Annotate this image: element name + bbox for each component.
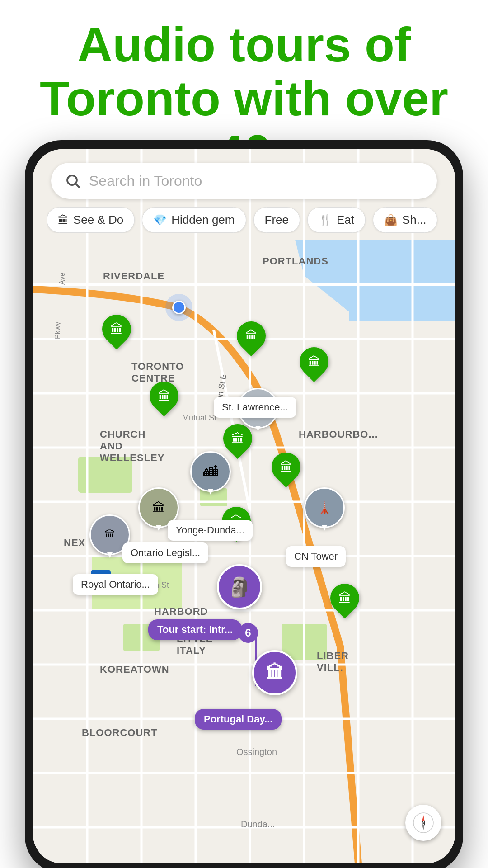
map-label-church: CHURCHANDWELLESLEY [100,429,164,464]
tour-marker-2[interactable]: 🏛 [252,650,297,695]
svg-text:Mutual St: Mutual St [182,413,216,422]
see-do-icon: 🏛 [58,214,69,226]
filter-shop-label: Sh... [402,213,426,227]
search-placeholder: Search in Toronto [89,173,202,189]
map-pin-1[interactable]: 🏛 [102,315,131,344]
svg-text:Ossington: Ossington [236,747,277,757]
photo-pin-cn-tower[interactable]: 🗼 [304,487,345,528]
filter-hidden-gem-label: Hidden gem [171,213,235,227]
filter-see-do[interactable]: 🏛 See & Do [47,207,135,233]
map-pin-6[interactable]: 🏛 [272,453,300,481]
eat-icon: 🍴 [319,214,332,226]
shop-icon: 👜 [384,214,398,226]
map-pin-8[interactable]: 🏛 [330,584,359,613]
tour-label-portugal[interactable]: Portugal Day... [195,709,282,730]
map-pin-4[interactable]: 🏛 [300,347,328,376]
map-label-liber: LIBERVILL. [317,650,349,674]
map-label-toronto-centre: TORONTOCENTRE [131,361,184,384]
tooltip-cn-tower[interactable]: CN Tower [286,546,346,567]
svg-text:N: N [422,821,425,826]
svg-rect-1 [349,240,455,321]
filter-hidden-gem[interactable]: 💎 Hidden gem [142,207,246,233]
tooltip-ontario-leg[interactable]: Ontario Legisl... [122,542,208,563]
tour-label-start[interactable]: Tour start: intr... [148,619,242,640]
filter-shop[interactable]: 👜 Sh... [373,207,437,233]
map-pin-3[interactable]: 🏛 [237,321,266,350]
phone-screen: Queen St E Mutual St Huron St Ossington … [33,149,455,863]
tooltip-royal-ontario[interactable]: Royal Ontario... [73,574,158,595]
svg-text:Ave: Ave [58,273,66,285]
hidden-gem-icon: 💎 [153,214,167,226]
location-dot [165,294,192,321]
tooltip-st-lawrence[interactable]: St. Lawrence... [214,397,296,418]
map-label-bloorcourt: BLOORCOURT [82,727,158,739]
svg-point-37 [67,175,77,185]
filter-eat-label: Eat [337,213,354,227]
map-area[interactable]: Queen St E Mutual St Huron St Ossington … [33,149,455,863]
phone-frame: Queen St E Mutual St Huron St Ossington … [25,140,463,868]
map-label-riverdale: RIVERDALE [103,270,164,282]
svg-text:Dunda...: Dunda... [241,819,275,829]
search-icon [65,173,81,189]
tooltip-yonge[interactable]: Yonge-Dunda... [168,520,253,541]
map-label-harbourbo: HARBOURBO... [299,429,378,440]
map-pin-2[interactable]: 🏛 [150,382,178,410]
filter-free-label: Free [265,213,289,227]
search-bar[interactable]: Search in Toronto [51,163,437,199]
filter-eat[interactable]: 🍴 Eat [307,207,366,233]
svg-line-38 [76,184,80,188]
compass-button[interactable]: N [405,805,441,841]
filter-free[interactable]: Free [253,207,300,233]
map-label-portlands: PORTLANDS [263,255,328,267]
photo-pin-yonge[interactable]: 🏙 [190,451,231,492]
filter-see-do-label: See & Do [73,213,123,227]
svg-text:Pkwy: Pkwy [54,322,61,339]
filter-row: 🏛 See & Do 💎 Hidden gem Free 🍴 Eat 👜 Sh.… [47,207,455,233]
tour-badge-6: 6 [238,623,258,643]
map-label-nex: NEX [64,537,85,549]
map-label-koreatown: KOREATOWN [100,664,169,675]
tour-marker-1[interactable]: 🗿 [217,564,262,609]
